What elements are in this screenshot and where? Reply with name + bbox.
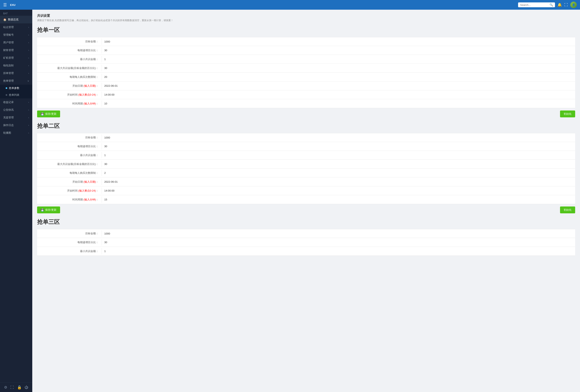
power-icon[interactable]: ⏻	[25, 385, 28, 390]
sidebar-order-submenu: 抢单参数 抢单列表	[0, 85, 32, 98]
sidebar-item-rank-label: 排单管理	[3, 71, 14, 75]
sidebar-item-user-left: 用户管理	[3, 41, 14, 44]
sidebar-item-order-label: 抢单管理	[3, 79, 14, 83]
sidebar-item-wallet-label: 钱包划转	[3, 64, 14, 67]
notification-icon[interactable]: 🔔	[557, 3, 562, 7]
zone3-title: 抢单三区	[37, 218, 575, 226]
sidebar-item-finance-left: 财务管理	[3, 48, 14, 52]
zone3-field-0: 目标金额： 1000	[37, 229, 575, 238]
zone1-save-button[interactable]: 💾 保存/更新	[37, 111, 60, 117]
sidebar-section-label: BAT	[0, 10, 32, 16]
sidebar-item-dashboard[interactable]: 🏠 数据总览	[0, 16, 32, 23]
zone1-label-5: 开始日期 (输入日期)：	[37, 82, 102, 90]
sidebar-item-income-arrow: ›	[28, 101, 29, 104]
zone1-label-2: 最小共识金额：	[37, 55, 102, 63]
expand-icon[interactable]: ⛶	[10, 385, 14, 390]
sidebar-item-finance[interactable]: 财务管理 ›	[0, 46, 32, 54]
save-icon-2: 💾	[41, 209, 44, 212]
zone1-field-7: 时间周期 (输入分钟)： 10	[37, 99, 575, 108]
zone2-init-button[interactable]: 初始化	[560, 207, 575, 213]
avatar[interactable]: 👤	[570, 1, 577, 8]
zone2-field-4: 每期每人购买次数限制： 2	[37, 169, 575, 177]
sidebar-item-order[interactable]: 抢单管理 ∨	[0, 77, 32, 85]
zone2-value-4: 2	[102, 170, 575, 176]
sidebar: BAT 🏠 数据总览 站点管理 › 管理账号 › 用户管理 ›	[0, 10, 32, 392]
sidebar-item-dashboard-label: 数据总览	[8, 18, 18, 21]
sidebar-item-user[interactable]: 用户管理 ›	[0, 39, 32, 46]
sidebar-item-income-label: 收益记录	[3, 100, 14, 104]
sidebar-item-user-label: 用户管理	[3, 41, 14, 44]
search-input[interactable]	[520, 3, 548, 6]
zone2-value-3: 30	[102, 161, 575, 167]
sidebar-item-banner[interactable]: 轮播图 ›	[0, 129, 32, 137]
zone2-value-2: 1	[102, 152, 575, 158]
sidebar-item-recharge-label: 充提管理	[3, 116, 14, 119]
sidebar-item-log-arrow: ›	[28, 124, 29, 127]
topbar-right: 🔍 🔔 ⛶ 👤	[518, 1, 577, 8]
page-title: 共识设置	[37, 14, 575, 18]
logo: EXU	[10, 3, 15, 6]
sidebar-item-wallet-left: 钱包划转	[3, 64, 14, 67]
sidebar-item-finance-arrow: ›	[28, 49, 29, 51]
zone2-value-5: 2022-06-01	[102, 179, 575, 185]
zone1-value-3: 30	[102, 65, 575, 71]
zone1-init-button[interactable]: 初始化	[560, 111, 575, 117]
sidebar-item-miner[interactable]: 矿机管理 ›	[0, 54, 32, 62]
sidebar-item-log-label: 操作日志	[3, 124, 14, 127]
sidebar-bottom: ⚙ ⛶ 🔒 ⏻	[0, 383, 32, 392]
sidebar-item-order-list[interactable]: 抢单列表	[0, 92, 32, 98]
zone3-label-1: 每期递增百分比：	[37, 239, 102, 246]
zone2-label-4: 每期每人购买次数限制：	[37, 169, 102, 177]
zone1-label-0: 目标金额：	[37, 38, 102, 45]
zone1-field-2: 最小共识金额： 1	[37, 55, 575, 64]
sidebar-item-notice-left: 公告快讯	[3, 108, 14, 112]
zone2-label-0: 目标金额：	[37, 134, 102, 141]
sidebar-item-income-left: 收益记录	[3, 100, 14, 104]
sidebar-item-order-arrow: ∨	[27, 80, 29, 82]
zone1-value-1: 30	[102, 47, 575, 53]
zone1-field-1: 每期递增百分比： 30	[37, 46, 575, 55]
sidebar-item-dashboard-left: 🏠 数据总览	[3, 18, 18, 21]
sidebar-item-log[interactable]: 操作日志 ›	[0, 121, 32, 129]
zone3-label-2: 最小共识金额：	[37, 248, 102, 255]
zone2-form: 目标金额： 1000 每期递增百分比： 30 最小共识金额： 1 最大共识金额(…	[37, 133, 575, 204]
sidebar-item-notice[interactable]: 公告快讯 ›	[0, 106, 32, 114]
sidebar-item-wallet[interactable]: 钱包划转 ›	[0, 62, 32, 69]
zone1-label-7: 时间周期 (输入分钟)：	[37, 100, 102, 108]
sidebar-item-rank-arrow: ›	[28, 72, 29, 74]
zone3-value-0: 1000	[102, 231, 575, 237]
sidebar-item-recharge[interactable]: 充提管理 ›	[0, 114, 32, 121]
zone2-save-button[interactable]: 💾 保存/更新	[37, 207, 60, 213]
zone1-value-2: 1	[102, 56, 575, 62]
sidebar-item-account-label: 管理账号	[3, 33, 14, 37]
sidebar-item-banner-label: 轮播图	[3, 131, 11, 135]
zone2-label-6: 开始时间 (输入整点0-24)：	[37, 187, 102, 195]
sidebar-item-miner-left: 矿机管理	[3, 56, 14, 60]
sidebar-item-site[interactable]: 站点管理 ›	[0, 23, 32, 31]
lock-icon[interactable]: 🔒	[17, 385, 21, 390]
zone2-label-1: 每期递增百分比：	[37, 142, 102, 150]
sidebar-item-banner-left: 轮播图	[3, 131, 11, 135]
search-icon[interactable]: 🔍	[550, 3, 553, 6]
page-subtitle: 调整后下期生效,先把数据填写正确，再点初始化，执行初始化会把某个共识的所有期数数…	[37, 19, 575, 22]
sidebar-item-order-list-label: 抢单列表	[9, 93, 19, 97]
sidebar-item-recharge-left: 充提管理	[3, 116, 14, 119]
zone3-label-0: 目标金额：	[37, 230, 102, 237]
sidebar-item-rank[interactable]: 排单管理 ›	[0, 69, 32, 77]
menu-icon[interactable]: ☰	[3, 2, 7, 7]
zone3-form: 目标金额： 1000 每期递增百分比： 30 最小共识金额： 1	[37, 229, 575, 256]
fullscreen-icon[interactable]: ⛶	[564, 3, 568, 7]
zone1-field-6: 开始时间 (输入整点0-24)： 14:00:00	[37, 90, 575, 99]
zone1-value-5: 2022-06-01	[102, 83, 575, 89]
sidebar-item-recharge-arrow: ›	[28, 116, 29, 119]
sidebar-item-order-params[interactable]: 抢单参数	[0, 85, 32, 92]
zone1-field-5: 开始日期 (输入日期)： 2022-06-01	[37, 81, 575, 90]
zone1-label-1: 每期递增百分比：	[37, 47, 102, 54]
settings-icon[interactable]: ⚙	[4, 385, 7, 390]
zone2-field-1: 每期递增百分比： 30	[37, 142, 575, 151]
sidebar-item-account[interactable]: 管理账号 ›	[0, 31, 32, 39]
order-params-dot	[6, 87, 7, 89]
sidebar-item-site-left: 站点管理	[3, 25, 14, 29]
zone1-value-7: 10	[102, 100, 575, 107]
sidebar-item-income[interactable]: 收益记录 ›	[0, 98, 32, 106]
